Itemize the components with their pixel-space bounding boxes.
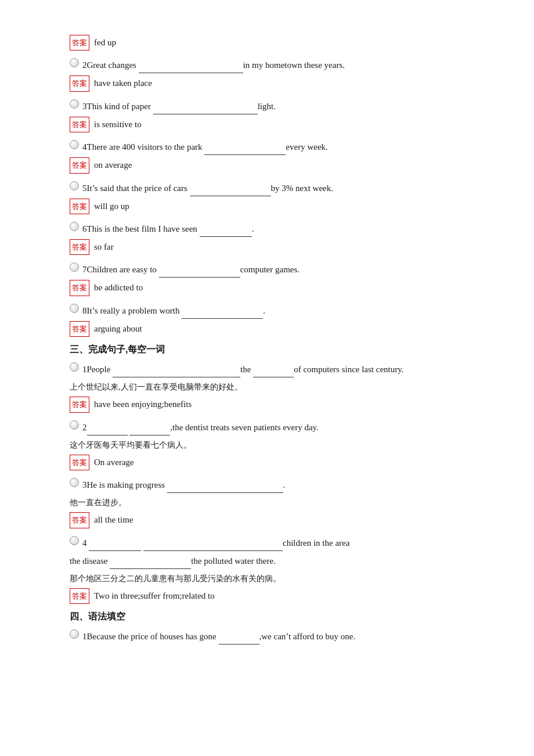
- s3-answer-badge-4: 答案: [70, 588, 89, 604]
- question-line-3: 3This kind of paper light.: [70, 99, 464, 114]
- question-text-2: 2Great changes in my hometown these year…: [82, 57, 345, 73]
- s3-blank-3: [167, 485, 283, 493]
- answer-line-4: 答案 on average: [70, 157, 464, 173]
- circle-icon-2: [70, 58, 79, 67]
- s4-blank-1: [219, 636, 259, 645]
- answer-badge-7: 答案: [70, 280, 89, 296]
- question-text-7: 7Children are easy to computer games.: [82, 262, 300, 278]
- question-block-5: 5It’s said that the price of cars by 3% …: [70, 181, 464, 214]
- blank-4: [204, 147, 286, 155]
- s3-question-line-4b: the disease the polluted water there.: [70, 553, 464, 569]
- answer-line-8: 答案 arguing about: [70, 321, 464, 337]
- question-text-6: 6This is the best film I have seen .: [82, 221, 254, 237]
- s3-blank-2b: [129, 427, 170, 435]
- circle-icon-7: [70, 262, 79, 272]
- s3-blank-4b: [143, 543, 283, 551]
- answer-line-7: 答案 be addicted to: [70, 280, 464, 296]
- s3-answer-badge-2: 答案: [70, 455, 89, 470]
- answer-text-6: so far: [94, 239, 114, 255]
- answer-badge-3: 答案: [70, 117, 89, 132]
- answer-line-6: 答案 so far: [70, 239, 464, 255]
- answer-text-5: will go up: [94, 199, 129, 214]
- question-line-6: 6This is the best film I have seen .: [70, 221, 464, 237]
- s3-chinese-1: 上个世纪以来,人们一直在享受电脑带来的好处。: [70, 380, 464, 394]
- section4-title: 四、语法填空: [70, 611, 464, 623]
- question-line-5: 5It’s said that the price of cars by 3% …: [70, 181, 464, 196]
- s3-question-block-2: 2 ,the dentist treats seven patients eve…: [70, 420, 464, 471]
- answer-text-8: arguing about: [94, 321, 142, 337]
- blank-6: [200, 229, 252, 237]
- answer-line-3: 答案 is sensitive to: [70, 117, 464, 132]
- circle-icon-5: [70, 181, 79, 190]
- circle-icon-4: [70, 140, 79, 149]
- section3-title: 三、完成句子,每空一词: [70, 344, 464, 356]
- answer-line-0: 答案 fed up: [70, 35, 464, 51]
- question-line-8: 8It’s really a problem worth .: [70, 303, 464, 319]
- question-text-8: 8It’s really a problem worth .: [82, 303, 265, 319]
- s3-question-text-2: 2 ,the dentist treats seven patients eve…: [82, 420, 319, 435]
- s3-answer-line-2: 答案 On average: [70, 455, 464, 470]
- s3-answer-text-1: have been enjoying;benefits: [94, 397, 192, 412]
- s4-circle-icon-1: [70, 629, 79, 639]
- answer-text-3: is sensitive to: [94, 117, 142, 132]
- question-block-6: 6This is the best film I have seen . 答案 …: [70, 221, 464, 255]
- circle-icon-8: [70, 304, 79, 313]
- s3-question-block-4: 4 children in the area the disease the p…: [70, 535, 464, 604]
- question-text-3: 3This kind of paper light.: [82, 99, 276, 114]
- s3-answer-text-4: Two in three;suffer from;related to: [94, 588, 215, 604]
- answer-block-0: 答案 fed up: [70, 35, 464, 51]
- question-block-7: 7Children are easy to computer games. 答案…: [70, 262, 464, 296]
- answer-badge-4: 答案: [70, 157, 89, 173]
- s3-answer-line-1: 答案 have been enjoying;benefits: [70, 397, 464, 412]
- question-block-3: 3This kind of paper light. 答案 is sensiti…: [70, 99, 464, 132]
- s3-circle-icon-1: [70, 362, 79, 372]
- question-line-4: 4There are 400 visitors to the park ever…: [70, 139, 464, 155]
- s3-circle-icon-3: [70, 478, 79, 487]
- question-block-8: 8It’s really a problem worth . 答案 arguin…: [70, 303, 464, 337]
- s4-question-text-1: 1Because the price of houses has gone ,w…: [82, 629, 355, 645]
- blank-8: [182, 311, 263, 319]
- s3-question-text-4: 4 children in the area: [82, 535, 349, 551]
- answer-badge-5: 答案: [70, 199, 89, 214]
- s3-answer-badge-1: 答案: [70, 397, 89, 412]
- blank-5: [190, 188, 271, 196]
- s3-answer-text-3: all the time: [94, 512, 133, 528]
- answer-badge-0: 答案: [70, 35, 89, 51]
- blank-2: [139, 65, 243, 73]
- s3-question-line-4: 4 children in the area: [70, 535, 464, 551]
- s3-answer-badge-3: 答案: [70, 512, 89, 528]
- answer-text-0: fed up: [94, 35, 116, 51]
- answer-text-2: have taken place: [94, 75, 152, 91]
- s3-circle-icon-2: [70, 420, 79, 430]
- s3-question-line-3: 3He is making progress .: [70, 477, 464, 493]
- s3-blank-1b: [253, 369, 294, 377]
- answer-text-4: on average: [94, 157, 132, 173]
- s3-answer-line-4: 答案 Two in three;suffer from;related to: [70, 588, 464, 604]
- s3-question-block-3: 3He is making progress . 他一直在进步。 答案 all …: [70, 477, 464, 528]
- answer-line-2: 答案 have taken place: [70, 75, 464, 91]
- s3-question-line-2: 2 ,the dentist treats seven patients eve…: [70, 420, 464, 435]
- question-text-4: 4There are 400 visitors to the park ever…: [82, 139, 328, 155]
- answer-line-5: 答案 will go up: [70, 199, 464, 214]
- s3-blank-4c: [110, 561, 191, 569]
- s3-chinese-3: 他一直在进步。: [70, 495, 464, 510]
- s4-question-line-1: 1Because the price of houses has gone ,w…: [70, 629, 464, 645]
- s3-chinese-4: 那个地区三分之二的儿童患有与那儿受污染的水有关的病。: [70, 571, 464, 586]
- s3-circle-icon-4: [70, 536, 79, 545]
- s3-question-block-1: 1People the of computers since last cent…: [70, 362, 464, 413]
- s4-question-block-1: 1Because the price of houses has gone ,w…: [70, 629, 464, 645]
- s3-blank-1a: [113, 369, 240, 377]
- s3-question-text-4b: the disease the polluted water there.: [70, 553, 276, 569]
- s3-question-text-3: 3He is making progress .: [82, 477, 286, 493]
- s3-answer-text-2: On average: [94, 455, 134, 470]
- question-block-2: 2Great changes in my hometown these year…: [70, 57, 464, 91]
- s3-answer-line-3: 答案 all the time: [70, 512, 464, 528]
- question-text-5: 5It’s said that the price of cars by 3% …: [82, 181, 333, 196]
- s3-blank-4a: [89, 543, 141, 551]
- answer-badge-6: 答案: [70, 239, 89, 255]
- answer-text-7: be addicted to: [94, 280, 143, 296]
- s3-question-text-1: 1People the of computers since last cent…: [82, 362, 404, 377]
- blank-7: [159, 269, 240, 278]
- question-block-4: 4There are 400 visitors to the park ever…: [70, 139, 464, 173]
- answer-badge-2: 答案: [70, 75, 89, 91]
